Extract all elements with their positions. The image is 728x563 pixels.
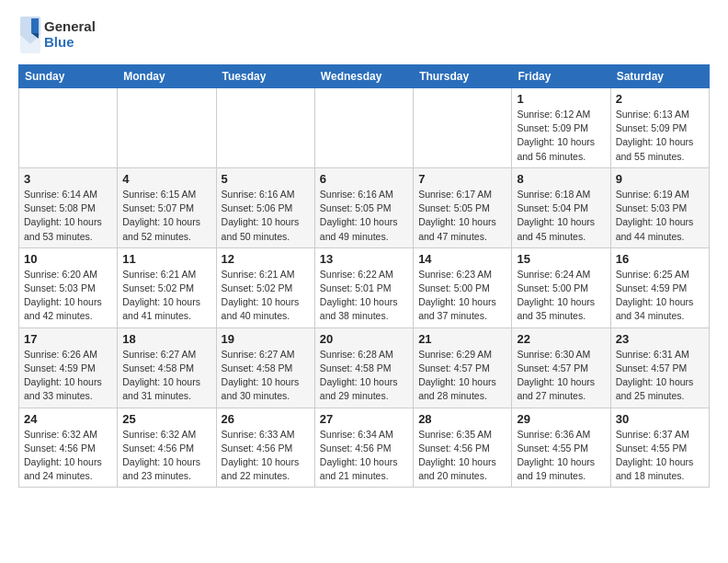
day-number: 25: [122, 412, 210, 426]
calendar-cell: 18Sunrise: 6:27 AM Sunset: 4:58 PM Dayli…: [118, 327, 216, 408]
calendar-cell: 4Sunrise: 6:15 AM Sunset: 5:07 PM Daylig…: [118, 167, 216, 247]
day-number: 11: [122, 252, 210, 266]
day-number: 7: [418, 172, 506, 186]
day-info: Sunrise: 6:16 AM Sunset: 5:06 PM Dayligh…: [222, 188, 310, 244]
svg-text:General: General: [44, 18, 96, 34]
calendar-cell: [314, 88, 413, 168]
week-row-5: 24Sunrise: 6:32 AM Sunset: 4:56 PM Dayli…: [19, 408, 710, 488]
day-number: 13: [320, 252, 408, 266]
day-info: Sunrise: 6:27 AM Sunset: 4:58 PM Dayligh…: [222, 348, 310, 404]
calendar-cell: 23Sunrise: 6:31 AM Sunset: 4:57 PM Dayli…: [610, 327, 709, 408]
day-number: 12: [222, 252, 310, 266]
day-info: Sunrise: 6:37 AM Sunset: 4:55 PM Dayligh…: [616, 428, 704, 484]
day-number: 21: [418, 332, 506, 346]
weekday-header-monday: Monday: [118, 65, 216, 88]
weekday-header-friday: Friday: [512, 65, 610, 88]
day-info: Sunrise: 6:29 AM Sunset: 4:57 PM Dayligh…: [418, 348, 506, 404]
day-info: Sunrise: 6:34 AM Sunset: 4:56 PM Dayligh…: [320, 428, 408, 484]
weekday-header-tuesday: Tuesday: [216, 65, 314, 88]
day-info: Sunrise: 6:18 AM Sunset: 5:04 PM Dayligh…: [517, 188, 605, 244]
calendar: SundayMondayTuesdayWednesdayThursdayFrid…: [18, 64, 710, 488]
logo: General Blue: [18, 15, 101, 55]
calendar-cell: 13Sunrise: 6:22 AM Sunset: 5:01 PM Dayli…: [314, 247, 413, 327]
day-info: Sunrise: 6:36 AM Sunset: 4:55 PM Dayligh…: [517, 428, 605, 484]
calendar-cell: 29Sunrise: 6:36 AM Sunset: 4:55 PM Dayli…: [512, 408, 610, 488]
day-number: 10: [24, 252, 112, 266]
day-info: Sunrise: 6:23 AM Sunset: 5:00 PM Dayligh…: [418, 268, 506, 324]
day-info: Sunrise: 6:27 AM Sunset: 4:58 PM Dayligh…: [122, 348, 210, 404]
calendar-cell: 21Sunrise: 6:29 AM Sunset: 4:57 PM Dayli…: [414, 327, 512, 408]
week-row-2: 3Sunrise: 6:14 AM Sunset: 5:08 PM Daylig…: [19, 167, 710, 247]
calendar-cell: 1Sunrise: 6:12 AM Sunset: 5:09 PM Daylig…: [512, 88, 610, 168]
day-number: 15: [517, 252, 605, 266]
calendar-cell: 22Sunrise: 6:30 AM Sunset: 4:57 PM Dayli…: [512, 327, 610, 408]
day-info: Sunrise: 6:30 AM Sunset: 4:57 PM Dayligh…: [517, 348, 605, 404]
calendar-cell: 24Sunrise: 6:32 AM Sunset: 4:56 PM Dayli…: [19, 408, 118, 488]
calendar-cell: [19, 88, 118, 168]
calendar-cell: 27Sunrise: 6:34 AM Sunset: 4:56 PM Dayli…: [314, 408, 413, 488]
weekday-header-saturday: Saturday: [610, 65, 709, 88]
day-info: Sunrise: 6:17 AM Sunset: 5:05 PM Dayligh…: [418, 188, 506, 244]
calendar-cell: 5Sunrise: 6:16 AM Sunset: 5:06 PM Daylig…: [216, 167, 314, 247]
calendar-cell: 26Sunrise: 6:33 AM Sunset: 4:56 PM Dayli…: [216, 408, 314, 488]
header: General Blue: [18, 15, 710, 55]
calendar-cell: [414, 88, 512, 168]
day-info: Sunrise: 6:14 AM Sunset: 5:08 PM Dayligh…: [24, 188, 112, 244]
svg-text:Blue: Blue: [44, 34, 74, 50]
day-info: Sunrise: 6:21 AM Sunset: 5:02 PM Dayligh…: [222, 268, 310, 324]
weekday-header-thursday: Thursday: [414, 65, 512, 88]
day-number: 24: [24, 412, 112, 426]
day-number: 14: [418, 252, 506, 266]
week-row-1: 1Sunrise: 6:12 AM Sunset: 5:09 PM Daylig…: [19, 88, 710, 168]
day-info: Sunrise: 6:32 AM Sunset: 4:56 PM Dayligh…: [24, 428, 112, 484]
calendar-cell: 12Sunrise: 6:21 AM Sunset: 5:02 PM Dayli…: [216, 247, 314, 327]
calendar-cell: 15Sunrise: 6:24 AM Sunset: 5:00 PM Dayli…: [512, 247, 610, 327]
calendar-cell: 25Sunrise: 6:32 AM Sunset: 4:56 PM Dayli…: [118, 408, 216, 488]
calendar-cell: 20Sunrise: 6:28 AM Sunset: 4:58 PM Dayli…: [314, 327, 413, 408]
weekday-header-row: SundayMondayTuesdayWednesdayThursdayFrid…: [19, 65, 710, 88]
calendar-cell: 7Sunrise: 6:17 AM Sunset: 5:05 PM Daylig…: [414, 167, 512, 247]
day-info: Sunrise: 6:12 AM Sunset: 5:09 PM Dayligh…: [517, 108, 605, 164]
day-number: 30: [616, 412, 704, 426]
calendar-cell: 11Sunrise: 6:21 AM Sunset: 5:02 PM Dayli…: [118, 247, 216, 327]
day-number: 27: [320, 412, 408, 426]
day-info: Sunrise: 6:32 AM Sunset: 4:56 PM Dayligh…: [122, 428, 210, 484]
day-info: Sunrise: 6:31 AM Sunset: 4:57 PM Dayligh…: [616, 348, 704, 404]
day-info: Sunrise: 6:35 AM Sunset: 4:56 PM Dayligh…: [418, 428, 506, 484]
day-info: Sunrise: 6:15 AM Sunset: 5:07 PM Dayligh…: [122, 188, 210, 244]
day-number: 5: [222, 172, 310, 186]
day-number: 18: [122, 332, 210, 346]
day-number: 26: [222, 412, 310, 426]
calendar-cell: [216, 88, 314, 168]
week-row-3: 10Sunrise: 6:20 AM Sunset: 5:03 PM Dayli…: [19, 247, 710, 327]
calendar-cell: 28Sunrise: 6:35 AM Sunset: 4:56 PM Dayli…: [414, 408, 512, 488]
day-info: Sunrise: 6:26 AM Sunset: 4:59 PM Dayligh…: [24, 348, 112, 404]
day-info: Sunrise: 6:25 AM Sunset: 4:59 PM Dayligh…: [616, 268, 704, 324]
calendar-cell: [118, 88, 216, 168]
day-number: 9: [616, 172, 704, 186]
page: General Blue SundayMondayTuesdayWednesda…: [0, 0, 728, 502]
weekday-header-wednesday: Wednesday: [314, 65, 413, 88]
calendar-cell: 14Sunrise: 6:23 AM Sunset: 5:00 PM Dayli…: [414, 247, 512, 327]
calendar-cell: 8Sunrise: 6:18 AM Sunset: 5:04 PM Daylig…: [512, 167, 610, 247]
week-row-4: 17Sunrise: 6:26 AM Sunset: 4:59 PM Dayli…: [19, 327, 710, 408]
day-number: 28: [418, 412, 506, 426]
day-info: Sunrise: 6:19 AM Sunset: 5:03 PM Dayligh…: [616, 188, 704, 244]
calendar-cell: 19Sunrise: 6:27 AM Sunset: 4:58 PM Dayli…: [216, 327, 314, 408]
calendar-cell: 3Sunrise: 6:14 AM Sunset: 5:08 PM Daylig…: [19, 167, 118, 247]
day-number: 6: [320, 172, 408, 186]
day-info: Sunrise: 6:33 AM Sunset: 4:56 PM Dayligh…: [222, 428, 310, 484]
calendar-cell: 16Sunrise: 6:25 AM Sunset: 4:59 PM Dayli…: [610, 247, 709, 327]
day-number: 1: [517, 92, 605, 106]
calendar-cell: 6Sunrise: 6:16 AM Sunset: 5:05 PM Daylig…: [314, 167, 413, 247]
day-info: Sunrise: 6:22 AM Sunset: 5:01 PM Dayligh…: [320, 268, 408, 324]
day-number: 19: [222, 332, 310, 346]
calendar-cell: 30Sunrise: 6:37 AM Sunset: 4:55 PM Dayli…: [610, 408, 709, 488]
calendar-cell: 2Sunrise: 6:13 AM Sunset: 5:09 PM Daylig…: [610, 88, 709, 168]
day-number: 17: [24, 332, 112, 346]
calendar-cell: 10Sunrise: 6:20 AM Sunset: 5:03 PM Dayli…: [19, 247, 118, 327]
day-number: 29: [517, 412, 605, 426]
calendar-cell: 9Sunrise: 6:19 AM Sunset: 5:03 PM Daylig…: [610, 167, 709, 247]
day-number: 22: [517, 332, 605, 346]
day-number: 20: [320, 332, 408, 346]
